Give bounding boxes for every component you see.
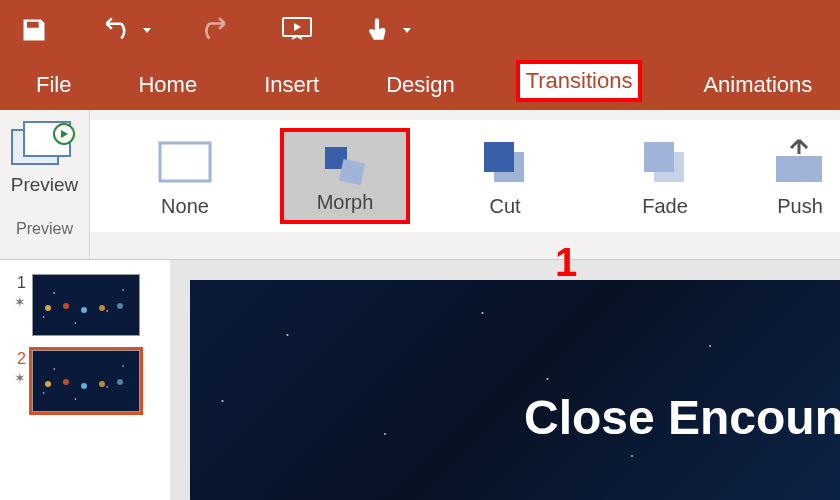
workspace: 1 ✶ 2 ✶ [0, 260, 840, 500]
slide-editor[interactable]: Close Encount [170, 260, 840, 500]
fade-icon [638, 134, 692, 190]
thumbnail-slide-1[interactable] [32, 274, 140, 336]
slide-thumbnails: 1 ✶ 2 ✶ [0, 260, 170, 500]
svg-rect-4 [160, 143, 210, 181]
chevron-down-icon [402, 25, 412, 35]
morph-icon [317, 138, 373, 191]
thumbnail-number: 1 [8, 274, 26, 292]
quick-access-toolbar [0, 0, 840, 60]
redo-button[interactable] [202, 17, 230, 43]
transition-label: Morph [317, 191, 374, 214]
svg-rect-11 [776, 156, 822, 182]
preview-icon [10, 120, 80, 168]
tab-insert[interactable]: Insert [258, 68, 325, 102]
preview-group-title: Preview [16, 214, 73, 242]
annotation-1: 1 [555, 240, 577, 285]
save-icon [20, 16, 48, 44]
preview-label: Preview [11, 174, 79, 196]
current-slide[interactable]: Close Encount [190, 280, 840, 500]
svg-rect-6 [339, 158, 365, 184]
none-icon [157, 134, 213, 190]
transition-none[interactable]: None [120, 128, 250, 224]
cut-icon [478, 134, 532, 190]
transition-label: Cut [489, 195, 520, 218]
chevron-down-icon [142, 25, 152, 35]
thumbnail-row[interactable]: 1 ✶ [8, 274, 162, 336]
transition-fade[interactable]: Fade [600, 128, 730, 224]
transitions-gallery: None Morph Cut [90, 120, 840, 232]
thumbnail-slide-2[interactable] [32, 350, 140, 412]
preview-button[interactable] [10, 120, 80, 168]
animation-star-icon: ✶ [8, 294, 26, 310]
touch-mode-icon [364, 15, 392, 45]
ribbon-tabs: File Home Insert Design Transitions Anim… [0, 60, 840, 110]
animation-star-icon: ✶ [8, 370, 26, 386]
tab-file[interactable]: File [30, 68, 77, 102]
thumbnail-number: 2 [8, 350, 26, 368]
save-button[interactable] [20, 16, 48, 44]
redo-icon [202, 17, 230, 43]
preview-group: Preview Preview [0, 110, 90, 259]
transition-cut[interactable]: Cut [440, 128, 570, 224]
undo-button[interactable] [98, 17, 152, 43]
svg-rect-8 [484, 142, 514, 172]
slideshow-start-icon [280, 15, 314, 45]
tab-home[interactable]: Home [132, 68, 203, 102]
touch-mode-button[interactable] [364, 15, 412, 45]
tab-animations[interactable]: Animations [697, 68, 818, 102]
start-slideshow-button[interactable] [280, 15, 314, 45]
svg-rect-10 [644, 142, 674, 172]
tab-transitions[interactable]: Transitions [516, 60, 643, 102]
thumbnail-row[interactable]: 2 ✶ [8, 350, 162, 412]
ribbon-body: Preview Preview None Morph [0, 110, 840, 260]
push-icon [772, 134, 828, 190]
transition-label: Push [777, 195, 823, 218]
transition-label: Fade [642, 195, 688, 218]
slide-title[interactable]: Close Encount [524, 390, 840, 445]
tab-design[interactable]: Design [380, 68, 460, 102]
transition-morph[interactable]: Morph [280, 128, 410, 224]
transition-push[interactable]: Push [760, 128, 840, 224]
transition-label: None [161, 195, 209, 218]
undo-icon [98, 17, 136, 43]
